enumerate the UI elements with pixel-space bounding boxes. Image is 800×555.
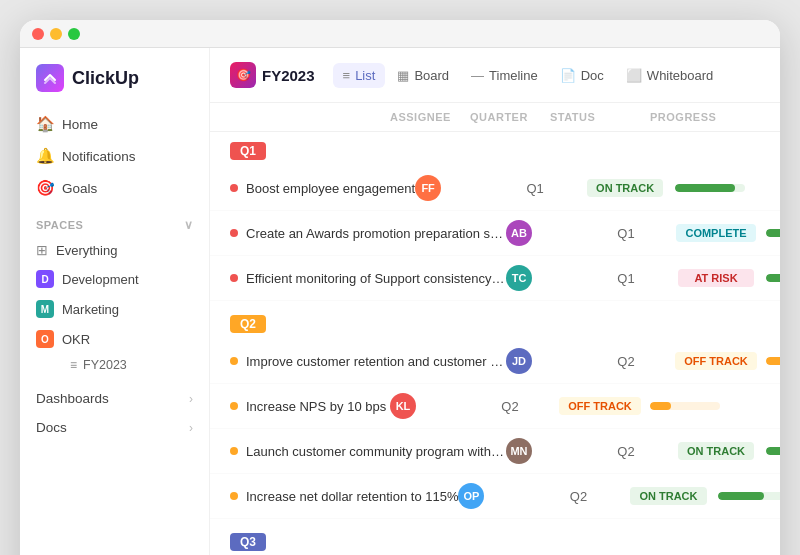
progress-cell bbox=[766, 447, 780, 455]
sidebar-item-notifications[interactable]: 🔔 Notifications bbox=[28, 140, 201, 172]
quarter-q1-section: Q1 Boost employee engagement FF Q1 ON TR… bbox=[210, 132, 780, 301]
avatar: MN bbox=[506, 438, 532, 464]
task-name-text: Improve customer retention and customer … bbox=[246, 354, 506, 369]
task-name-cell: Create an Awards promotion preparation s… bbox=[230, 226, 506, 241]
sidebar-item-goals[interactable]: 🎯 Goals bbox=[28, 172, 201, 204]
progress-cell bbox=[718, 492, 780, 500]
logo-icon bbox=[36, 64, 64, 92]
assignee-cell: MN bbox=[506, 438, 586, 464]
task-dot-icon bbox=[230, 274, 238, 282]
status-badge: ON TRACK bbox=[630, 487, 706, 505]
quarter-cell: Q1 bbox=[495, 181, 575, 196]
sidebar: ClickUp 🏠 Home 🔔 Notifications 🎯 Goals bbox=[20, 48, 210, 555]
status-badge: ON TRACK bbox=[678, 442, 754, 460]
progress-bar bbox=[766, 229, 780, 237]
quarter-cell: Q2 bbox=[538, 489, 618, 504]
progress-cell bbox=[766, 229, 780, 237]
col-assignee: ASSIGNEE bbox=[390, 111, 470, 123]
avatar: JD bbox=[506, 348, 532, 374]
task-name-text: Create an Awards promotion preparation s… bbox=[246, 226, 506, 241]
quarter-cell: Q2 bbox=[586, 444, 666, 459]
sidebar-item-development[interactable]: D Development bbox=[28, 264, 201, 294]
table-row[interactable]: Launch customer community program with 1… bbox=[210, 429, 780, 474]
assignee-cell: OP bbox=[458, 483, 538, 509]
quarter-cell: Q1 bbox=[586, 271, 666, 286]
col-task bbox=[230, 111, 390, 123]
tab-label: Whiteboard bbox=[647, 68, 713, 83]
close-button[interactable] bbox=[32, 28, 44, 40]
task-name-cell: Increase net dollar retention to 115% bbox=[230, 489, 458, 504]
home-icon: 🏠 bbox=[36, 115, 52, 133]
table-row[interactable]: Increase net dollar retention to 115% OP… bbox=[210, 474, 780, 519]
sidebar-item-docs[interactable]: Docs › bbox=[28, 413, 201, 442]
sidebar-item-label: Marketing bbox=[62, 302, 119, 317]
okr-badge: O bbox=[36, 330, 54, 348]
titlebar bbox=[20, 20, 780, 48]
tab-board[interactable]: ▦ Board bbox=[387, 63, 459, 88]
status-badge: ON TRACK bbox=[587, 179, 663, 197]
sidebar-item-label: OKR bbox=[62, 332, 90, 347]
status-badge: OFF TRACK bbox=[675, 352, 757, 370]
quarter-q2-section: Q2 Improve customer retention and custom… bbox=[210, 305, 780, 519]
progress-bar bbox=[718, 492, 780, 500]
progress-cell bbox=[675, 184, 780, 192]
table-row[interactable]: Efficient monitoring of Support consiste… bbox=[210, 256, 780, 301]
progress-fill bbox=[766, 274, 780, 282]
list-tab-icon: ≡ bbox=[343, 68, 351, 83]
table-row[interactable]: Improve customer retention and customer … bbox=[210, 339, 780, 384]
table-row[interactable]: Increase NPS by 10 bps KL Q2 OFF TRACK bbox=[210, 384, 780, 429]
dashboards-label: Dashboards bbox=[36, 391, 109, 406]
doc-tab-icon: 📄 bbox=[560, 68, 576, 83]
table-row[interactable]: Boost employee engagement FF Q1 ON TRACK bbox=[210, 166, 780, 211]
status-badge: AT RISK bbox=[678, 269, 754, 287]
tab-timeline[interactable]: ― Timeline bbox=[461, 63, 548, 88]
sidebar-item-home[interactable]: 🏠 Home bbox=[28, 108, 201, 140]
tab-whiteboard[interactable]: ⬜ Whiteboard bbox=[616, 63, 723, 88]
avatar: OP bbox=[458, 483, 484, 509]
sidebar-item-label: Everything bbox=[56, 243, 117, 258]
progress-cell bbox=[766, 274, 780, 282]
minimize-button[interactable] bbox=[50, 28, 62, 40]
progress-fill bbox=[766, 447, 780, 455]
status-cell: OFF TRACK bbox=[666, 352, 766, 370]
app-body: ClickUp 🏠 Home 🔔 Notifications 🎯 Goals bbox=[20, 48, 780, 555]
sidebar-item-fy2023[interactable]: ≡ FY2023 bbox=[62, 354, 201, 376]
table-row[interactable]: Create an Awards promotion preparation s… bbox=[210, 211, 780, 256]
spaces-label: Spaces bbox=[36, 219, 83, 231]
task-name-cell: Efficient monitoring of Support consiste… bbox=[230, 271, 506, 286]
dev-badge: D bbox=[36, 270, 54, 288]
progress-bar bbox=[766, 357, 780, 365]
tab-label: Timeline bbox=[489, 68, 538, 83]
progress-fill bbox=[650, 402, 671, 410]
okr-sub-nav: ≡ FY2023 bbox=[28, 354, 201, 376]
whiteboard-tab-icon: ⬜ bbox=[626, 68, 642, 83]
docs-label: Docs bbox=[36, 420, 67, 435]
sidebar-item-everything[interactable]: ⊞ Everything bbox=[28, 236, 201, 264]
task-dot-icon bbox=[230, 402, 238, 410]
q2-tasks: Improve customer retention and customer … bbox=[210, 339, 780, 519]
sidebar-item-dashboards[interactable]: Dashboards › bbox=[28, 384, 201, 413]
logo[interactable]: ClickUp bbox=[20, 64, 209, 108]
table-header: ASSIGNEE QUARTER STATUS PROGRESS bbox=[210, 103, 780, 132]
mkt-badge: M bbox=[36, 300, 54, 318]
goals-icon: 🎯 bbox=[36, 179, 52, 197]
sidebar-item-marketing[interactable]: M Marketing bbox=[28, 294, 201, 324]
task-name-text: Increase net dollar retention to 115% bbox=[246, 489, 458, 504]
fy-icon: 🎯 bbox=[230, 62, 256, 88]
task-name-text: Increase NPS by 10 bps bbox=[246, 399, 386, 414]
sidebar-item-okr[interactable]: O OKR bbox=[28, 324, 201, 354]
sidebar-item-label: Development bbox=[62, 272, 139, 287]
maximize-button[interactable] bbox=[68, 28, 80, 40]
grid-icon: ⊞ bbox=[36, 242, 48, 258]
tab-list[interactable]: ≡ List bbox=[333, 63, 386, 88]
tab-doc[interactable]: 📄 Doc bbox=[550, 63, 614, 88]
status-badge: COMPLETE bbox=[676, 224, 755, 242]
assignee-cell: JD bbox=[506, 348, 586, 374]
sidebar-item-label: Home bbox=[62, 117, 98, 132]
status-cell: ON TRACK bbox=[666, 442, 766, 460]
bell-icon: 🔔 bbox=[36, 147, 52, 165]
status-cell: AT RISK bbox=[666, 269, 766, 287]
col-status: STATUS bbox=[550, 111, 650, 123]
tab-label: Board bbox=[414, 68, 449, 83]
sidebar-nav: 🏠 Home 🔔 Notifications 🎯 Goals bbox=[20, 108, 209, 204]
